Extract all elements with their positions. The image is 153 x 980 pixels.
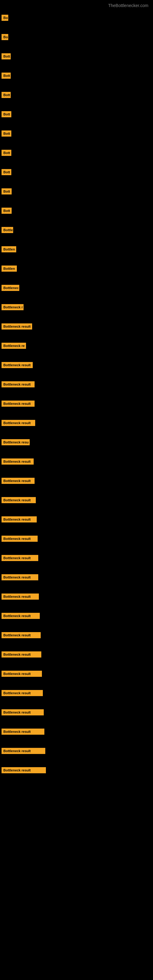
bottleneck-label: Bottleneck result: [2, 458, 33, 465]
list-item: Bott: [2, 125, 153, 142]
bottleneck-label: Bottleneck result: [2, 709, 44, 715]
list-item: Bottleneck result: [2, 414, 153, 431]
list-item: Bottleneck result: [2, 511, 153, 528]
list-item: Bottlen: [2, 241, 153, 258]
list-item: Bottleneck result: [2, 569, 153, 585]
bottleneck-label: Bottleneck result: [2, 613, 40, 619]
list-item: Bottleneck result: [2, 607, 153, 624]
list-item: Bottle: [2, 221, 153, 238]
list-item: Bottlenec: [2, 279, 153, 296]
bottleneck-label: Bott: [2, 188, 12, 194]
list-item: Bottleneck result: [2, 453, 153, 470]
list-item: Bottleneck result: [2, 318, 153, 335]
list-item: Bottleneck result: [2, 646, 153, 663]
list-item: Bottleneck result: [2, 588, 153, 605]
bottleneck-label: Bott: [2, 92, 11, 98]
list-item: Bottleneck result: [2, 356, 153, 373]
bottleneck-label: Bott: [2, 111, 11, 117]
list-item: Bottleneck result: [2, 665, 153, 682]
bottleneck-label: Bott: [2, 208, 12, 214]
list-item: Bo: [2, 29, 153, 45]
bottleneck-label: Bottleneck result: [2, 671, 42, 677]
bottleneck-label: Bottleneck r: [2, 304, 24, 310]
bottleneck-label: Bottleneck resu: [2, 439, 30, 445]
list-item: Bottleneck resu: [2, 434, 153, 450]
bottleneck-label: Bottleneck result: [2, 381, 35, 387]
bottleneck-label: Bott: [2, 169, 11, 175]
list-item: Bott: [2, 67, 153, 84]
bottleneck-label: Bottlen: [2, 266, 17, 272]
site-title: TheBottlenecker.com: [105, 2, 151, 10]
bottleneck-label: Bottleneck re: [2, 343, 26, 349]
list-item: Bott: [2, 202, 153, 219]
bottleneck-label: Bottleneck result: [2, 478, 35, 484]
list-item: Bottleneck result: [2, 395, 153, 412]
bottleneck-label: Bottleneck result: [2, 323, 32, 329]
list-item: Bottleneck result: [2, 549, 153, 566]
bottleneck-label: Bo: [2, 34, 8, 40]
bottleneck-label: Bottleneck result: [2, 401, 35, 407]
bottleneck-label: Bottleneck result: [2, 651, 41, 657]
list-item: Bottleneck result: [2, 723, 153, 740]
bottleneck-label: Bottleneck result: [2, 690, 43, 696]
list-item: Bottleneck result: [2, 742, 153, 759]
list-item: Bottleneck r: [2, 299, 153, 315]
bottleneck-label: Bottlen: [2, 246, 16, 252]
bottleneck-label: Bott: [2, 150, 11, 156]
list-item: Bo: [2, 9, 153, 26]
bottleneck-label: Bott: [2, 53, 11, 59]
bottleneck-label: Bottleneck result: [2, 497, 36, 503]
list-item: Bottleneck re: [2, 337, 153, 354]
list-item: Bottlen: [2, 260, 153, 277]
bottleneck-label: Bottleneck result: [2, 420, 35, 426]
list-item: Bott: [2, 183, 153, 200]
list-item: Bottleneck result: [2, 762, 153, 778]
bottleneck-label: Bottleneck result: [2, 555, 38, 561]
list-item: Bottleneck result: [2, 627, 153, 643]
bottleneck-label: Bottleneck result: [2, 536, 38, 542]
bottleneck-label: Bottleneck result: [2, 593, 39, 600]
list-item: Bottleneck result: [2, 376, 153, 393]
bottleneck-label: Bo: [2, 15, 8, 21]
list-item: Bottleneck result: [2, 492, 153, 508]
list-item: Bottleneck result: [2, 684, 153, 701]
bottleneck-label: Bottleneck result: [2, 748, 45, 754]
list-item: Bott: [2, 48, 153, 65]
bottleneck-label: Bottleneck result: [2, 632, 41, 638]
bottleneck-label: Bottleneck result: [2, 516, 37, 522]
list-item: Bott: [2, 164, 153, 180]
bottleneck-label: Bottleneck result: [2, 729, 45, 735]
list-item: Bott: [2, 144, 153, 161]
list-item: Bottleneck result: [2, 472, 153, 489]
bottleneck-label: Bottleneck result: [2, 362, 33, 368]
list-item: Bott: [2, 106, 153, 123]
list-item: Bott: [2, 86, 153, 103]
bottleneck-label: Bott: [2, 73, 11, 79]
bottleneck-label: Bottleneck result: [2, 574, 38, 580]
items-container: BoBoBottBottBottBottBottBottBottBottBott…: [0, 0, 153, 781]
list-item: Bottleneck result: [2, 704, 153, 721]
bottleneck-label: Bott: [2, 130, 11, 137]
bottleneck-label: Bottlenec: [2, 285, 19, 291]
bottleneck-label: Bottleneck result: [2, 767, 46, 773]
bottleneck-label: Bottle: [2, 227, 13, 233]
list-item: Bottleneck result: [2, 530, 153, 547]
